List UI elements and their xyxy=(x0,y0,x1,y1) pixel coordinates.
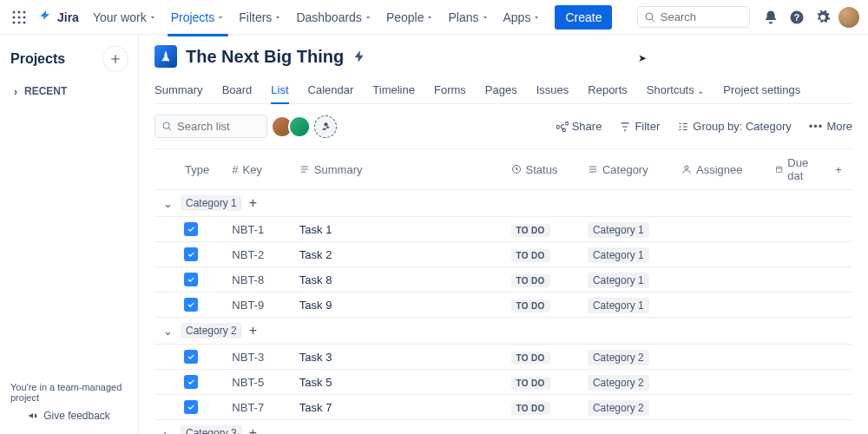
column-header-assignee[interactable]: Assignee xyxy=(673,149,766,190)
category-lozenge[interactable]: Category 2 xyxy=(588,375,649,391)
nav-item-apps[interactable]: Apps xyxy=(496,5,549,30)
category-lozenge[interactable]: Category 1 xyxy=(588,298,649,313)
table-row[interactable]: NBT-9Task 9TO DOCategory 1 xyxy=(155,293,852,318)
issue-key[interactable]: NBT-7 xyxy=(232,401,264,414)
issue-key[interactable]: NBT-3 xyxy=(232,351,264,364)
profile-avatar[interactable] xyxy=(837,5,861,30)
due-date-cell[interactable] xyxy=(766,267,826,293)
chevron-icon[interactable]: ⌄ xyxy=(163,325,174,338)
category-lozenge[interactable]: Category 2 xyxy=(588,400,649,416)
tab-board[interactable]: Board xyxy=(222,76,253,103)
table-row[interactable]: NBT-2Task 2TO DOCategory 1 xyxy=(155,242,852,267)
table-row[interactable]: NBT-8Task 8TO DOCategory 1 xyxy=(155,267,852,293)
share-button[interactable]: Share xyxy=(556,120,602,133)
tab-summary[interactable]: Summary xyxy=(155,76,203,103)
nav-item-people[interactable]: People xyxy=(379,5,442,30)
add-people-button[interactable] xyxy=(314,115,337,138)
chevron-icon[interactable]: › xyxy=(163,427,174,435)
avatar[interactable] xyxy=(288,115,311,138)
column-header-key[interactable]: #Key xyxy=(223,149,291,190)
table-row[interactable]: NBT-1Task 1TO DOCategory 1 xyxy=(155,217,852,242)
filter-button[interactable]: Filter xyxy=(619,120,660,133)
tab-calendar[interactable]: Calendar xyxy=(308,76,354,103)
search-list-input[interactable] xyxy=(177,120,260,133)
assignee-cell[interactable] xyxy=(673,217,766,242)
column-header-category[interactable]: Category xyxy=(579,149,673,190)
global-search[interactable] xyxy=(637,6,750,28)
issue-summary[interactable]: Task 8 xyxy=(291,267,503,293)
category-lozenge[interactable]: Category 1 xyxy=(588,222,649,238)
tab-timeline[interactable]: Timeline xyxy=(372,76,415,103)
tab-list[interactable]: List xyxy=(271,76,288,103)
sidebar-item-recent[interactable]: › RECENT xyxy=(10,80,128,102)
add-issue-button[interactable]: + xyxy=(249,324,257,338)
column-header-status[interactable]: Status xyxy=(503,149,579,190)
issue-key[interactable]: NBT-5 xyxy=(232,376,264,389)
group-header[interactable]: ⌄Category 2+ xyxy=(155,318,852,345)
nav-item-filters[interactable]: Filters xyxy=(232,5,289,30)
nav-item-projects[interactable]: Projects xyxy=(164,5,233,30)
status-lozenge[interactable]: TO DO xyxy=(511,402,550,415)
table-row[interactable]: NBT-7Task 7TO DOCategory 2 xyxy=(155,395,852,420)
assignee-cell[interactable] xyxy=(673,395,766,420)
status-lozenge[interactable]: TO DO xyxy=(511,377,550,390)
group-by-button[interactable]: Group by: Category xyxy=(677,120,791,133)
global-search-input[interactable] xyxy=(661,10,742,23)
group-header[interactable]: ›Category 3+ xyxy=(155,420,852,435)
tab-pages[interactable]: Pages xyxy=(485,76,517,103)
issue-summary[interactable]: Task 2 xyxy=(291,242,503,267)
table-row[interactable]: NBT-3Task 3TO DOCategory 2 xyxy=(155,345,852,370)
add-project-button[interactable] xyxy=(103,47,128,71)
status-lozenge[interactable]: TO DO xyxy=(511,224,550,237)
tab-reports[interactable]: Reports xyxy=(588,76,628,103)
issue-summary[interactable]: Task 3 xyxy=(291,345,503,370)
issue-summary[interactable]: Task 9 xyxy=(291,293,503,318)
create-button[interactable]: Create xyxy=(555,5,612,30)
tab-forms[interactable]: Forms xyxy=(434,76,466,103)
status-lozenge[interactable]: TO DO xyxy=(511,299,550,312)
add-column-button[interactable]: + xyxy=(826,149,852,190)
give-feedback-link[interactable]: Give feedback xyxy=(10,410,128,422)
jira-logo[interactable]: Jira xyxy=(33,10,84,25)
settings-icon[interactable] xyxy=(811,5,835,30)
issue-summary[interactable]: Task 5 xyxy=(291,370,503,395)
search-list-box[interactable] xyxy=(155,115,267,138)
assignee-cell[interactable] xyxy=(673,345,766,370)
tab-project-settings[interactable]: Project settings xyxy=(723,76,800,103)
column-header-type[interactable]: Type xyxy=(155,149,223,190)
due-date-cell[interactable] xyxy=(766,242,826,267)
due-date-cell[interactable] xyxy=(766,395,826,420)
issue-key[interactable]: NBT-9 xyxy=(232,299,264,312)
status-lozenge[interactable]: TO DO xyxy=(511,352,550,365)
chevron-icon[interactable]: ⌄ xyxy=(163,197,174,210)
due-date-cell[interactable] xyxy=(766,217,826,242)
table-row[interactable]: NBT-5Task 5TO DOCategory 2 xyxy=(155,370,852,395)
due-date-cell[interactable] xyxy=(766,293,826,318)
notifications-icon[interactable] xyxy=(759,5,783,30)
assignee-cell[interactable] xyxy=(673,370,766,395)
more-button[interactable]: ••• More xyxy=(809,120,852,133)
category-lozenge[interactable]: Category 2 xyxy=(588,350,649,365)
nav-item-your-work[interactable]: Your work xyxy=(86,5,164,30)
due-date-cell[interactable] xyxy=(766,370,826,395)
column-header-due-date[interactable]: Due dat xyxy=(766,149,826,190)
assignee-cell[interactable] xyxy=(673,293,766,318)
group-header[interactable]: ⌄Category 1+ xyxy=(155,190,852,217)
add-issue-button[interactable]: + xyxy=(249,426,257,434)
automation-icon[interactable] xyxy=(352,49,366,63)
issue-summary[interactable]: Task 7 xyxy=(291,395,503,420)
issue-key[interactable]: NBT-2 xyxy=(232,248,264,261)
nav-item-plans[interactable]: Plans xyxy=(441,5,496,30)
status-lozenge[interactable]: TO DO xyxy=(511,274,550,287)
help-icon[interactable]: ? xyxy=(785,5,809,30)
add-issue-button[interactable]: + xyxy=(249,196,257,210)
status-lozenge[interactable]: TO DO xyxy=(511,249,550,262)
app-switcher-icon[interactable] xyxy=(7,5,31,30)
assignee-cell[interactable] xyxy=(673,242,766,267)
nav-item-dashboards[interactable]: Dashboards xyxy=(289,5,379,30)
column-header-summary[interactable]: Summary xyxy=(291,149,503,190)
assignee-cell[interactable] xyxy=(673,267,766,293)
category-lozenge[interactable]: Category 1 xyxy=(588,247,649,263)
tab-issues[interactable]: Issues xyxy=(536,76,569,103)
issue-summary[interactable]: Task 1 xyxy=(291,217,503,242)
